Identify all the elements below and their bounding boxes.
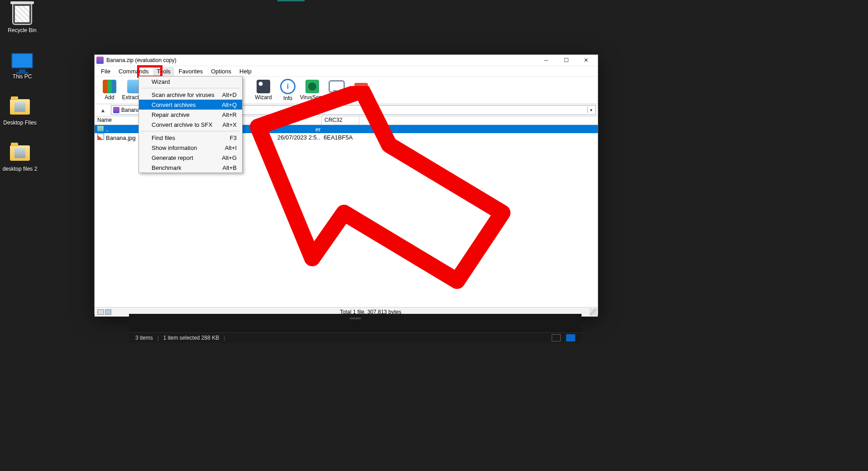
menu-file[interactable]: File bbox=[97, 67, 114, 76]
menubar: File Commands Tools Favorites Options He… bbox=[95, 66, 598, 77]
recycle-bin-icon[interactable]: Recycle Bin bbox=[4, 4, 40, 34]
menu-item-convert-archives[interactable]: Convert archivesAlt+Q bbox=[139, 100, 242, 110]
up-button[interactable]: ▴ bbox=[96, 106, 109, 115]
toolbar-add[interactable]: Add bbox=[97, 77, 122, 103]
drag-handle-icon[interactable] bbox=[349, 317, 361, 319]
maximize-button[interactable]: ☐ bbox=[556, 55, 576, 66]
menu-item-benchmark[interactable]: BenchmarkAlt+B bbox=[139, 163, 242, 173]
explorer-selection: 1 item selected 288 KB bbox=[163, 335, 219, 341]
titlebar[interactable]: Banana.zip (evaluation copy) ─ ☐ ✕ bbox=[95, 55, 598, 66]
close-button[interactable]: ✕ bbox=[576, 55, 596, 66]
desktop-files-2-label: desktop files 2 bbox=[2, 166, 38, 172]
menu-options[interactable]: Options bbox=[207, 67, 235, 76]
top-accent-bar bbox=[277, 0, 305, 1]
menu-help[interactable]: Help bbox=[236, 67, 255, 76]
this-pc-icon[interactable]: This PC bbox=[4, 50, 40, 80]
menu-separator bbox=[141, 88, 240, 88]
archive-icon bbox=[113, 107, 119, 113]
app-icon bbox=[96, 57, 104, 64]
resize-grip-icon[interactable] bbox=[590, 308, 597, 316]
folder-icon bbox=[97, 126, 104, 131]
menu-favorites[interactable]: Favorites bbox=[175, 67, 206, 76]
chevron-down-icon[interactable]: ▾ bbox=[587, 106, 595, 113]
this-pc-label: This PC bbox=[4, 73, 40, 80]
tools-menu: Wizard Scan archive for virusesAlt+D Con… bbox=[138, 76, 243, 173]
explorer-statusbar: 3 items | 1 item selected 288 KB | bbox=[129, 332, 582, 343]
menu-item-show-info[interactable]: Show informationAlt+I bbox=[139, 143, 242, 153]
status-icon bbox=[105, 309, 111, 315]
menu-item-repair-archive[interactable]: Repair archiveAlt+R bbox=[139, 110, 242, 120]
explorer-strip: 3 items | 1 item selected 288 KB | bbox=[129, 314, 582, 343]
status-icon bbox=[97, 309, 104, 315]
menu-item-wizard[interactable]: Wizard bbox=[139, 77, 242, 87]
menu-separator bbox=[141, 131, 240, 131]
minimize-button[interactable]: ─ bbox=[536, 55, 556, 66]
annotation-arrow bbox=[244, 86, 525, 305]
books-icon bbox=[103, 80, 116, 93]
menu-item-find-files[interactable]: Find filesF3 bbox=[139, 133, 242, 143]
menu-item-generate-report[interactable]: Generate reportAlt+G bbox=[139, 153, 242, 163]
desktop: Recycle Bin This PC Desktop FIles deskto… bbox=[0, 0, 868, 471]
window-title: Banana.zip (evaluation copy) bbox=[106, 57, 536, 63]
recycle-bin-label: Recycle Bin bbox=[4, 27, 40, 34]
desktop-files-label: Desktop FIles bbox=[2, 120, 38, 126]
view-large-button[interactable] bbox=[566, 334, 575, 341]
view-details-button[interactable] bbox=[552, 334, 561, 341]
desktop-files-2-icon[interactable]: desktop files 2 bbox=[2, 142, 38, 172]
desktop-files-icon[interactable]: Desktop FIles bbox=[2, 96, 38, 126]
image-icon bbox=[97, 134, 104, 140]
menu-item-scan-viruses[interactable]: Scan archive for virusesAlt+D bbox=[139, 90, 242, 100]
menu-item-convert-sfx[interactable]: Convert archive to SFXAlt+X bbox=[139, 120, 242, 130]
explorer-item-count: 3 items bbox=[135, 335, 153, 341]
